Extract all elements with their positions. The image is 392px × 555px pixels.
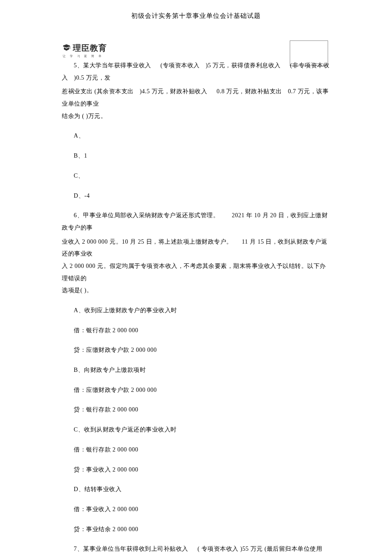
text: 业收入 2 000 000 元。10 月 25 日，将上述款项上缴财政专户。 [62,239,233,245]
text: 5、某大学当年获得事业收入 [74,62,151,69]
q6-d-debit: 借：事业收入 2 000 000 [62,503,330,516]
text: )4.5 万元，财政补贴收入 [140,88,208,95]
q7-line1: 7、某事业单位当年获得收到上司补贴收入 ( 专项资本收入 )55 万元 (最后留… [62,543,330,555]
q6-option-a: A、收到应上缴财政专户的事业收入时 [62,305,330,317]
q6-a-credit: 贷：应缴财政专户款 2 000 000 [62,344,330,357]
logo-text-main: 理臣教育 [73,43,107,54]
logo-block: 理臣教育 让 学 习 更 简 单 [62,43,107,58]
q6-b-credit: 贷：银行存款 2 000 000 [62,404,330,416]
q6-line2: 业收入 2 000 000 元。10 月 25 日，将上述款项上缴财政专户。 1… [62,236,330,260]
q6-line4: 选项是( )。 [62,285,330,297]
q6-b-debit: 借：应缴财政专户款 2 000 000 [62,384,330,397]
text: 0.8 万元，财政补贴支出 [216,88,282,95]
logo-icon [62,44,71,52]
text: ( 专项资本收入 )55 万元 (最后留归本单位使用 [198,546,323,552]
q6-a-debit: 借：银行存款 2 000 000 [62,325,330,337]
text: 6、甲事业单位局部收入采纳财政专户返还形式管理。 [74,212,219,219]
q5-line1: 5、某大学当年获得事业收入 (专项资本收入 )5 万元，获得债券利息收入 (非专… [62,60,330,84]
q6-d-credit: 贷：事业结余 2 000 000 [62,523,330,536]
text: 惹祸业支出 (其余资本支出 [62,88,134,95]
logo-text-sub: 让 学 习 更 简 单 [63,54,107,58]
q5-option-a: A、 [62,130,330,142]
page-title: 初级会计实务第十章事业单位会计基础试题 [0,0,392,20]
q6-line3: 入 2 000 000 元。假定均属于专项资本收入，不考虑其余要素，期末将事业收… [62,260,330,285]
text: 7、某事业单位当年获得收到上司补贴收入 [74,546,188,552]
q5-option-d: D、-4 [62,190,330,202]
q6-line1: 6、甲事业单位局部收入采纳财政专户返还形式管理。 2021 年 10 月 20 … [62,210,330,234]
document-body: 5、某大学当年获得事业收入 (专项资本收入 )5 万元，获得债券利息收入 (非专… [62,60,330,555]
q6-option-c: C、收到从财政专户返还的事业收入时 [62,424,330,436]
q5-line2: 惹祸业支出 (其余资本支出 )4.5 万元，财政补贴收入 0.8 万元，财政补贴… [62,86,330,110]
q5-line3: 结余为 ( )万元。 [62,110,330,123]
q6-c-credit: 贷：事业收入 2 000 000 [62,464,330,476]
q5-option-b: B、1 [62,150,330,162]
text: (专项资本收入 [161,62,200,69]
text: )0.5 万元，发 [74,75,111,81]
q5-option-c: C、 [62,170,330,182]
q6-c-debit: 借：银行存款 2 000 000 [62,444,330,456]
q6-option-b: B、向财政专户上缴款项时 [62,364,330,377]
q6-option-d: D、结转事业收入 [62,483,330,496]
text: )5 万元，获得债券利息收入 [206,62,281,69]
